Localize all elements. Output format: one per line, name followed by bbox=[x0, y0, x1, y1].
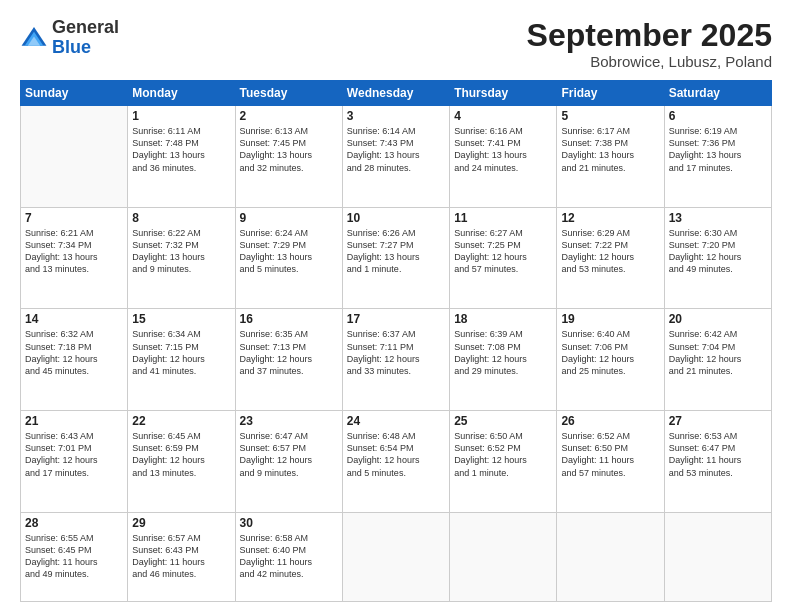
day-info: Sunrise: 6:48 AM Sunset: 6:54 PM Dayligh… bbox=[347, 430, 445, 479]
day-cell bbox=[557, 512, 664, 601]
day-cell: 19Sunrise: 6:40 AM Sunset: 7:06 PM Dayli… bbox=[557, 309, 664, 411]
header: General Blue September 2025 Bobrowice, L… bbox=[20, 18, 772, 70]
day-number: 26 bbox=[561, 414, 659, 428]
day-cell: 26Sunrise: 6:52 AM Sunset: 6:50 PM Dayli… bbox=[557, 411, 664, 513]
day-number: 27 bbox=[669, 414, 767, 428]
day-cell: 16Sunrise: 6:35 AM Sunset: 7:13 PM Dayli… bbox=[235, 309, 342, 411]
day-info: Sunrise: 6:37 AM Sunset: 7:11 PM Dayligh… bbox=[347, 328, 445, 377]
week-row-5: 28Sunrise: 6:55 AM Sunset: 6:45 PM Dayli… bbox=[21, 512, 772, 601]
day-info: Sunrise: 6:17 AM Sunset: 7:38 PM Dayligh… bbox=[561, 125, 659, 174]
day-cell: 13Sunrise: 6:30 AM Sunset: 7:20 PM Dayli… bbox=[664, 207, 771, 309]
day-info: Sunrise: 6:13 AM Sunset: 7:45 PM Dayligh… bbox=[240, 125, 338, 174]
day-info: Sunrise: 6:19 AM Sunset: 7:36 PM Dayligh… bbox=[669, 125, 767, 174]
logo: General Blue bbox=[20, 18, 119, 58]
day-number: 30 bbox=[240, 516, 338, 530]
day-number: 10 bbox=[347, 211, 445, 225]
day-number: 18 bbox=[454, 312, 552, 326]
day-info: Sunrise: 6:58 AM Sunset: 6:40 PM Dayligh… bbox=[240, 532, 338, 581]
day-cell: 29Sunrise: 6:57 AM Sunset: 6:43 PM Dayli… bbox=[128, 512, 235, 601]
day-cell: 23Sunrise: 6:47 AM Sunset: 6:57 PM Dayli… bbox=[235, 411, 342, 513]
day-info: Sunrise: 6:26 AM Sunset: 7:27 PM Dayligh… bbox=[347, 227, 445, 276]
week-row-3: 14Sunrise: 6:32 AM Sunset: 7:18 PM Dayli… bbox=[21, 309, 772, 411]
day-cell: 4Sunrise: 6:16 AM Sunset: 7:41 PM Daylig… bbox=[450, 106, 557, 208]
day-cell: 11Sunrise: 6:27 AM Sunset: 7:25 PM Dayli… bbox=[450, 207, 557, 309]
day-cell: 21Sunrise: 6:43 AM Sunset: 7:01 PM Dayli… bbox=[21, 411, 128, 513]
day-cell: 1Sunrise: 6:11 AM Sunset: 7:48 PM Daylig… bbox=[128, 106, 235, 208]
day-number: 17 bbox=[347, 312, 445, 326]
day-cell: 5Sunrise: 6:17 AM Sunset: 7:38 PM Daylig… bbox=[557, 106, 664, 208]
day-info: Sunrise: 6:34 AM Sunset: 7:15 PM Dayligh… bbox=[132, 328, 230, 377]
day-number: 11 bbox=[454, 211, 552, 225]
col-friday: Friday bbox=[557, 81, 664, 106]
day-info: Sunrise: 6:16 AM Sunset: 7:41 PM Dayligh… bbox=[454, 125, 552, 174]
logo-text: General Blue bbox=[52, 18, 119, 58]
day-number: 8 bbox=[132, 211, 230, 225]
day-cell: 8Sunrise: 6:22 AM Sunset: 7:32 PM Daylig… bbox=[128, 207, 235, 309]
day-number: 23 bbox=[240, 414, 338, 428]
day-info: Sunrise: 6:21 AM Sunset: 7:34 PM Dayligh… bbox=[25, 227, 123, 276]
day-cell: 14Sunrise: 6:32 AM Sunset: 7:18 PM Dayli… bbox=[21, 309, 128, 411]
day-info: Sunrise: 6:32 AM Sunset: 7:18 PM Dayligh… bbox=[25, 328, 123, 377]
day-cell: 17Sunrise: 6:37 AM Sunset: 7:11 PM Dayli… bbox=[342, 309, 449, 411]
col-sunday: Sunday bbox=[21, 81, 128, 106]
day-number: 9 bbox=[240, 211, 338, 225]
day-cell bbox=[21, 106, 128, 208]
day-cell bbox=[664, 512, 771, 601]
day-info: Sunrise: 6:52 AM Sunset: 6:50 PM Dayligh… bbox=[561, 430, 659, 479]
day-info: Sunrise: 6:29 AM Sunset: 7:22 PM Dayligh… bbox=[561, 227, 659, 276]
day-info: Sunrise: 6:42 AM Sunset: 7:04 PM Dayligh… bbox=[669, 328, 767, 377]
day-cell bbox=[342, 512, 449, 601]
day-number: 4 bbox=[454, 109, 552, 123]
day-info: Sunrise: 6:53 AM Sunset: 6:47 PM Dayligh… bbox=[669, 430, 767, 479]
day-cell: 27Sunrise: 6:53 AM Sunset: 6:47 PM Dayli… bbox=[664, 411, 771, 513]
day-cell: 18Sunrise: 6:39 AM Sunset: 7:08 PM Dayli… bbox=[450, 309, 557, 411]
day-number: 19 bbox=[561, 312, 659, 326]
day-cell: 15Sunrise: 6:34 AM Sunset: 7:15 PM Dayli… bbox=[128, 309, 235, 411]
day-info: Sunrise: 6:35 AM Sunset: 7:13 PM Dayligh… bbox=[240, 328, 338, 377]
day-cell: 22Sunrise: 6:45 AM Sunset: 6:59 PM Dayli… bbox=[128, 411, 235, 513]
day-cell: 20Sunrise: 6:42 AM Sunset: 7:04 PM Dayli… bbox=[664, 309, 771, 411]
day-number: 2 bbox=[240, 109, 338, 123]
col-thursday: Thursday bbox=[450, 81, 557, 106]
day-number: 6 bbox=[669, 109, 767, 123]
day-number: 25 bbox=[454, 414, 552, 428]
day-cell: 6Sunrise: 6:19 AM Sunset: 7:36 PM Daylig… bbox=[664, 106, 771, 208]
calendar: Sunday Monday Tuesday Wednesday Thursday… bbox=[20, 80, 772, 602]
week-row-2: 7Sunrise: 6:21 AM Sunset: 7:34 PM Daylig… bbox=[21, 207, 772, 309]
day-number: 7 bbox=[25, 211, 123, 225]
day-info: Sunrise: 6:30 AM Sunset: 7:20 PM Dayligh… bbox=[669, 227, 767, 276]
day-number: 16 bbox=[240, 312, 338, 326]
day-info: Sunrise: 6:43 AM Sunset: 7:01 PM Dayligh… bbox=[25, 430, 123, 479]
day-number: 24 bbox=[347, 414, 445, 428]
day-info: Sunrise: 6:22 AM Sunset: 7:32 PM Dayligh… bbox=[132, 227, 230, 276]
day-cell: 10Sunrise: 6:26 AM Sunset: 7:27 PM Dayli… bbox=[342, 207, 449, 309]
title-block: September 2025 Bobrowice, Lubusz, Poland bbox=[527, 18, 772, 70]
day-number: 15 bbox=[132, 312, 230, 326]
week-row-1: 1Sunrise: 6:11 AM Sunset: 7:48 PM Daylig… bbox=[21, 106, 772, 208]
day-number: 1 bbox=[132, 109, 230, 123]
week-row-4: 21Sunrise: 6:43 AM Sunset: 7:01 PM Dayli… bbox=[21, 411, 772, 513]
day-info: Sunrise: 6:11 AM Sunset: 7:48 PM Dayligh… bbox=[132, 125, 230, 174]
day-number: 20 bbox=[669, 312, 767, 326]
day-cell: 28Sunrise: 6:55 AM Sunset: 6:45 PM Dayli… bbox=[21, 512, 128, 601]
day-info: Sunrise: 6:47 AM Sunset: 6:57 PM Dayligh… bbox=[240, 430, 338, 479]
day-number: 14 bbox=[25, 312, 123, 326]
day-number: 5 bbox=[561, 109, 659, 123]
day-number: 28 bbox=[25, 516, 123, 530]
day-cell: 9Sunrise: 6:24 AM Sunset: 7:29 PM Daylig… bbox=[235, 207, 342, 309]
col-wednesday: Wednesday bbox=[342, 81, 449, 106]
day-cell: 12Sunrise: 6:29 AM Sunset: 7:22 PM Dayli… bbox=[557, 207, 664, 309]
col-saturday: Saturday bbox=[664, 81, 771, 106]
page: General Blue September 2025 Bobrowice, L… bbox=[0, 0, 792, 612]
location: Bobrowice, Lubusz, Poland bbox=[527, 53, 772, 70]
header-row: Sunday Monday Tuesday Wednesday Thursday… bbox=[21, 81, 772, 106]
day-info: Sunrise: 6:39 AM Sunset: 7:08 PM Dayligh… bbox=[454, 328, 552, 377]
day-info: Sunrise: 6:14 AM Sunset: 7:43 PM Dayligh… bbox=[347, 125, 445, 174]
day-info: Sunrise: 6:24 AM Sunset: 7:29 PM Dayligh… bbox=[240, 227, 338, 276]
day-info: Sunrise: 6:40 AM Sunset: 7:06 PM Dayligh… bbox=[561, 328, 659, 377]
day-number: 3 bbox=[347, 109, 445, 123]
day-info: Sunrise: 6:55 AM Sunset: 6:45 PM Dayligh… bbox=[25, 532, 123, 581]
day-number: 13 bbox=[669, 211, 767, 225]
day-info: Sunrise: 6:27 AM Sunset: 7:25 PM Dayligh… bbox=[454, 227, 552, 276]
day-number: 29 bbox=[132, 516, 230, 530]
